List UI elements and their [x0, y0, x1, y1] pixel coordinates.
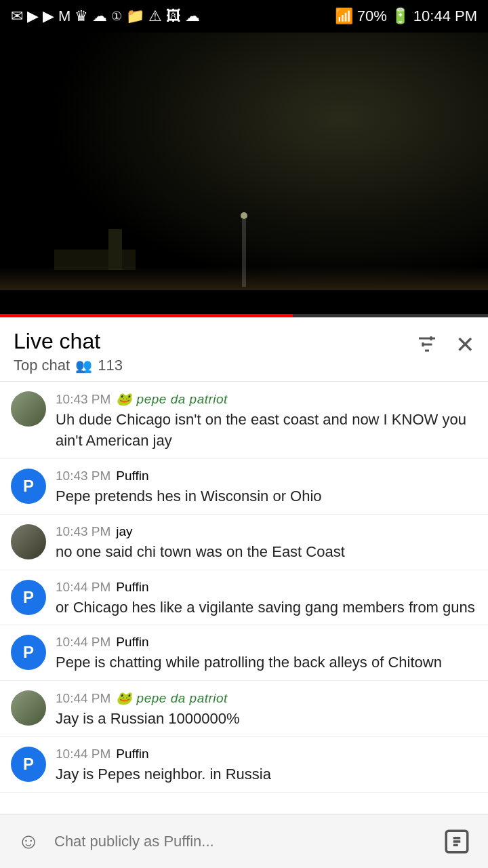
- message-time: 10:44 PM: [56, 635, 110, 650]
- message-author: Puffin: [116, 747, 148, 762]
- viewer-count: 113: [98, 357, 123, 374]
- video-progress-bar[interactable]: [0, 314, 488, 317]
- chat-message-5: P10:44 PMPuffinPepe is chatting while pa…: [0, 625, 488, 681]
- chat-message-3: 10:43 PMjayno one said chi town was on t…: [0, 515, 488, 570]
- chat-message-2: P10:43 PMPuffinPepe pretends hes in Wisc…: [0, 459, 488, 515]
- message-text: Pepe pretends hes in Wisconsin or Ohio: [56, 486, 477, 507]
- status-bar: ✉ ▶ ▶ M ♛ ☁ ① 📁 ⚠ 🖼 ☁ 📶 70% 🔋 10:44 PM: [0, 0, 488, 33]
- status-icons: ✉ ▶ ▶ M ♛ ☁ ① 📁 ⚠ 🖼 ☁: [11, 7, 200, 25]
- app-icon2: ♛: [75, 7, 88, 25]
- close-icon[interactable]: ✕: [455, 333, 474, 356]
- message-author: Puffin: [116, 469, 148, 484]
- message-text: Jay is a Russian 1000000%: [56, 709, 477, 730]
- video-progress-fill: [0, 314, 293, 317]
- message-meta: 10:43 PM🐸 pepe da patriot: [56, 391, 477, 407]
- avatar: P: [11, 469, 46, 504]
- message-time: 10:43 PM: [56, 392, 110, 407]
- message-author-special: 🐸 pepe da patriot: [116, 690, 228, 706]
- avatar: P: [11, 635, 46, 670]
- message-meta: 10:43 PMjay: [56, 524, 477, 539]
- app-icon3: ①: [111, 9, 122, 24]
- chat-message-4: P10:44 PMPuffinor Chicago hes like a vig…: [0, 570, 488, 626]
- message-body: 10:44 PM🐸 pepe da patriotJay is a Russia…: [56, 690, 477, 730]
- message-body: 10:44 PMPuffinor Chicago hes like a vigi…: [56, 580, 477, 618]
- message-author: Puffin: [116, 580, 148, 595]
- message-author: jay: [116, 524, 132, 539]
- app-icon1: M: [58, 7, 70, 25]
- avatar: [11, 524, 46, 559]
- message-icon: ✉: [11, 7, 23, 25]
- filter-icon[interactable]: [415, 332, 439, 357]
- status-right: 📶 70% 🔋 10:44 PM: [335, 7, 477, 25]
- emoji-button[interactable]: ☺: [11, 824, 46, 859]
- cloud-icon: ☁: [92, 7, 107, 25]
- battery-icon: 🔋: [391, 7, 409, 25]
- chat-header: Live chat Top chat 👥 113 ✕: [0, 317, 488, 382]
- chat-message-7: P10:44 PMPuffinJay is Pepes neighbor. in…: [0, 737, 488, 793]
- chat-message-6: 10:44 PM🐸 pepe da patriotJay is a Russia…: [0, 681, 488, 737]
- message-body: 10:43 PMjayno one said chi town was on t…: [56, 524, 477, 563]
- chat-input[interactable]: [54, 824, 428, 859]
- youtube-icon2: ▶: [43, 7, 54, 25]
- message-body: 10:44 PMPuffinPepe is chatting while pat…: [56, 635, 477, 673]
- message-text: Pepe is chatting while patrolling the ba…: [56, 652, 477, 673]
- folder-icon: 📁: [126, 7, 144, 25]
- avatar: [11, 690, 46, 726]
- message-body: 10:43 PM🐸 pepe da patriotUh dude Chicago…: [56, 391, 477, 452]
- message-body: 10:43 PMPuffinPepe pretends hes in Wisco…: [56, 469, 477, 507]
- message-meta: 10:44 PMPuffin: [56, 635, 477, 650]
- message-meta: 10:43 PMPuffin: [56, 469, 477, 484]
- message-text: Uh dude Chicago isn't on the east coast …: [56, 410, 477, 452]
- image-icon: 🖼: [166, 7, 181, 25]
- wifi-icon: 📶: [335, 7, 353, 25]
- chat-header-right: ✕: [415, 332, 474, 357]
- message-meta: 10:44 PMPuffin: [56, 580, 477, 595]
- chat-message-1: 10:43 PM🐸 pepe da patriotUh dude Chicago…: [0, 382, 488, 459]
- message-body: 10:44 PMPuffinJay is Pepes neighbor. in …: [56, 747, 477, 785]
- chat-subtitle: Top chat 👥 113: [14, 357, 123, 374]
- avatar: P: [11, 580, 46, 615]
- video-player[interactable]: [0, 33, 488, 317]
- chat-input-area: ☺: [0, 814, 488, 868]
- battery-text: 70%: [357, 7, 387, 25]
- message-text: no one said chi town was on the East Coa…: [56, 542, 477, 563]
- message-time: 10:44 PM: [56, 580, 110, 595]
- people-icon: 👥: [75, 357, 92, 374]
- chat-header-left: Live chat Top chat 👥 113: [14, 328, 123, 374]
- message-meta: 10:44 PM🐸 pepe da patriot: [56, 690, 477, 706]
- avatar: P: [11, 747, 46, 782]
- message-time: 10:43 PM: [56, 524, 110, 539]
- time: 10:44 PM: [413, 7, 477, 25]
- message-text: Jay is Pepes neighbor. in Russia: [56, 764, 477, 785]
- message-author-special: 🐸 pepe da patriot: [116, 391, 228, 407]
- message-time: 10:44 PM: [56, 747, 110, 762]
- live-chat-title: Live chat: [14, 328, 123, 354]
- top-chat-label[interactable]: Top chat: [14, 357, 70, 374]
- chat-messages: 10:43 PM🐸 pepe da patriotUh dude Chicago…: [0, 382, 488, 853]
- youtube-icon: ▶: [27, 7, 39, 25]
- cloud-icon2: ☁: [185, 7, 200, 25]
- send-button[interactable]: [436, 824, 477, 859]
- message-text: or Chicago hes like a vigilante saving g…: [56, 597, 477, 618]
- warning-icon: ⚠: [148, 7, 162, 25]
- avatar: [11, 391, 46, 427]
- message-author: Puffin: [116, 635, 148, 650]
- emoji-icon: ☺: [18, 829, 40, 854]
- message-meta: 10:44 PMPuffin: [56, 747, 477, 762]
- message-time: 10:44 PM: [56, 691, 110, 706]
- message-time: 10:43 PM: [56, 469, 110, 484]
